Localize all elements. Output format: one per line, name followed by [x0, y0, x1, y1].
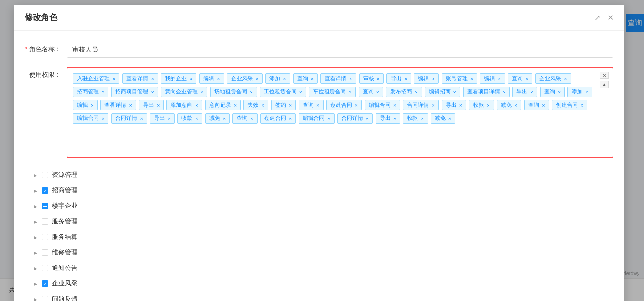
permission-tag[interactable]: 导出×: [512, 87, 537, 97]
tree-item[interactable]: ▶ 楼宇企业: [25, 198, 613, 214]
tag-remove-btn[interactable]: ×: [311, 76, 314, 82]
tree-checkbox[interactable]: [42, 203, 48, 209]
tag-remove-btn[interactable]: ×: [459, 103, 462, 108]
scroll-down-btn[interactable]: ▲: [600, 81, 609, 88]
close-icon[interactable]: ✕: [608, 13, 613, 22]
tag-remove-btn[interactable]: ×: [515, 103, 517, 108]
tag-remove-btn[interactable]: ×: [316, 103, 319, 108]
tag-remove-btn[interactable]: ×: [498, 76, 500, 82]
permission-tag[interactable]: 意向记录×: [205, 100, 241, 110]
tag-remove-btn[interactable]: ×: [261, 103, 264, 108]
tag-remove-btn[interactable]: ×: [201, 89, 203, 95]
permission-tag[interactable]: 查看项目详情×: [463, 87, 510, 97]
tag-remove-btn[interactable]: ×: [250, 116, 253, 121]
permission-tag[interactable]: 减免×: [497, 100, 521, 110]
permission-tag[interactable]: 查询×: [540, 87, 565, 97]
tag-remove-btn[interactable]: ×: [327, 116, 330, 121]
permission-tag[interactable]: 编辑合同×: [299, 113, 334, 124]
tag-remove-btn[interactable]: ×: [355, 103, 358, 108]
tag-remove-btn[interactable]: ×: [217, 76, 220, 82]
permission-tag[interactable]: 查看详情×: [320, 73, 356, 84]
tag-remove-btn[interactable]: ×: [256, 76, 258, 82]
tag-remove-btn[interactable]: ×: [195, 103, 198, 108]
permission-tag[interactable]: 查询×: [232, 113, 257, 124]
permission-tag[interactable]: 场地租赁合同×: [210, 87, 257, 97]
permission-tag[interactable]: 编辑×: [480, 73, 505, 84]
permission-tag[interactable]: 编辑招商×: [425, 87, 460, 97]
tag-remove-btn[interactable]: ×: [250, 89, 252, 95]
tag-remove-btn[interactable]: ×: [129, 103, 132, 108]
permission-tag[interactable]: 导出×: [150, 113, 175, 124]
tag-remove-btn[interactable]: ×: [542, 103, 545, 108]
permission-tag[interactable]: 编辑×: [414, 73, 438, 84]
tag-remove-btn[interactable]: ×: [377, 76, 380, 82]
tree-item[interactable]: ▶ 维修管理: [25, 245, 613, 260]
tag-remove-btn[interactable]: ×: [366, 116, 369, 121]
permission-tag[interactable]: 查看详情×: [100, 100, 136, 110]
tree-item[interactable]: ▶ 问题反馈: [25, 291, 613, 301]
permission-tag[interactable]: 查询×: [299, 100, 323, 110]
tree-checkbox[interactable]: [42, 218, 48, 225]
tag-remove-btn[interactable]: ×: [151, 89, 154, 95]
permission-tag[interactable]: 创建合同×: [260, 113, 296, 124]
tree-checkbox[interactable]: [42, 280, 48, 287]
permission-tag[interactable]: 编辑×: [199, 73, 224, 84]
permission-tag[interactable]: 添加×: [265, 73, 290, 84]
tag-remove-btn[interactable]: ×: [453, 89, 456, 95]
tag-remove-btn[interactable]: ×: [432, 103, 434, 108]
permission-tag[interactable]: 企业风采×: [535, 73, 571, 84]
tag-remove-btn[interactable]: ×: [102, 116, 104, 121]
tree-checkbox[interactable]: [42, 265, 48, 271]
tree-checkbox[interactable]: [42, 187, 48, 194]
tree-arrow-icon[interactable]: ▶: [32, 265, 39, 272]
permission-tag[interactable]: 失效×: [243, 100, 268, 110]
tree-item[interactable]: ▶ 服务管理: [25, 214, 613, 229]
tree-arrow-icon[interactable]: ▶: [32, 234, 39, 241]
expand-icon[interactable]: ↗: [594, 13, 600, 22]
permission-tag[interactable]: 合同详情×: [337, 113, 373, 124]
tree-checkbox[interactable]: [42, 296, 48, 301]
permission-tag[interactable]: 编辑合同×: [73, 113, 108, 124]
permission-tag[interactable]: 导出×: [139, 100, 164, 110]
tag-remove-btn[interactable]: ×: [157, 103, 160, 108]
tag-remove-btn[interactable]: ×: [91, 103, 93, 108]
permission-tag[interactable]: 减免×: [205, 113, 230, 124]
permission-tag[interactable]: 添加意向×: [166, 100, 202, 110]
tag-remove-btn[interactable]: ×: [393, 103, 396, 108]
permission-tag[interactable]: 合同详情×: [403, 100, 438, 110]
tree-checkbox[interactable]: [42, 249, 48, 256]
tag-remove-btn[interactable]: ×: [393, 116, 396, 121]
tag-remove-btn[interactable]: ×: [140, 116, 143, 121]
tree-arrow-icon[interactable]: ▶: [32, 187, 39, 194]
tag-remove-btn[interactable]: ×: [102, 89, 104, 95]
tag-remove-btn[interactable]: ×: [349, 76, 352, 82]
tag-remove-btn[interactable]: ×: [558, 89, 561, 95]
tree-item[interactable]: ▶ 服务结算: [25, 229, 613, 245]
permissions-box[interactable]: 入驻企业管理×查看详情×我的企业×编辑×企业风采×添加×查询×查看详情×审核×导…: [67, 67, 613, 158]
tag-remove-btn[interactable]: ×: [432, 76, 434, 82]
permission-tag[interactable]: 减免×: [431, 113, 455, 124]
tree-arrow-icon[interactable]: ▶: [32, 249, 39, 256]
tree-arrow-icon[interactable]: ▶: [32, 296, 39, 301]
tag-remove-btn[interactable]: ×: [487, 103, 489, 108]
tag-remove-btn[interactable]: ×: [448, 116, 451, 121]
scroll-up-btn[interactable]: ✕: [600, 72, 609, 79]
permission-tag[interactable]: 审核×: [359, 73, 384, 84]
permission-tag[interactable]: 企业风采×: [227, 73, 263, 84]
tag-remove-btn[interactable]: ×: [223, 116, 226, 121]
tag-remove-btn[interactable]: ×: [526, 76, 528, 82]
permission-tag[interactable]: 查询×: [293, 73, 318, 84]
tag-remove-btn[interactable]: ×: [415, 89, 417, 95]
permission-tag[interactable]: 添加×: [567, 87, 592, 97]
permission-tag[interactable]: 收款×: [469, 100, 494, 110]
tag-remove-btn[interactable]: ×: [581, 103, 583, 108]
permission-tag[interactable]: 合同详情×: [111, 113, 147, 124]
permission-tag[interactable]: 导出×: [386, 73, 411, 84]
tag-remove-btn[interactable]: ×: [151, 76, 154, 82]
tag-remove-btn[interactable]: ×: [299, 89, 302, 95]
permission-tag[interactable]: 编辑合同×: [365, 100, 400, 110]
tree-checkbox[interactable]: [42, 234, 48, 240]
tag-remove-btn[interactable]: ×: [530, 89, 533, 95]
tag-remove-btn[interactable]: ×: [289, 103, 292, 108]
tree-arrow-icon[interactable]: ▶: [32, 171, 39, 179]
